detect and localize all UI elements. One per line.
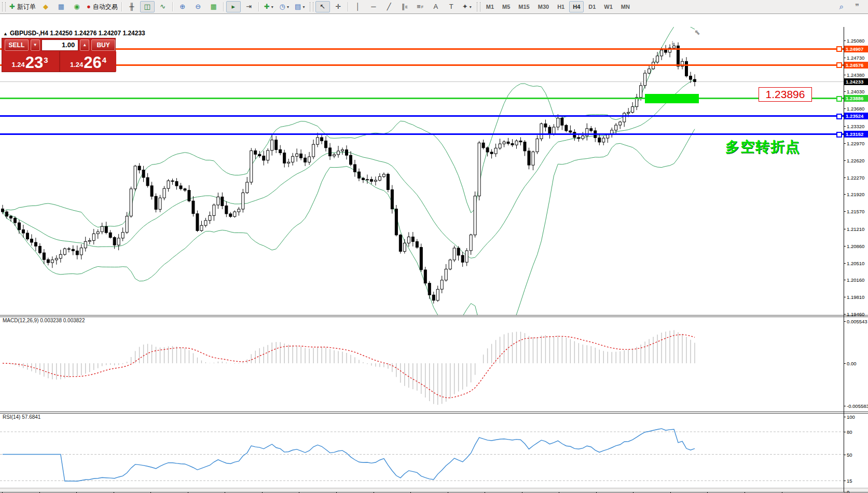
volume-input[interactable]: 1.00 [42, 39, 79, 51]
trendline-button[interactable]: ╱ [382, 1, 396, 12]
turning-point-label[interactable]: 多空转折点 [725, 138, 801, 156]
toolbar-separator [172, 2, 173, 11]
toolbar-grip[interactable] [477, 2, 480, 11]
candlestick-chart[interactable] [0, 27, 844, 316]
toolbar-grip[interactable] [2, 2, 6, 11]
timeframe-button-d1[interactable]: D1 [585, 1, 599, 12]
chart-title[interactable]: ▲GBPUSD-,H4 1.24250 1.24276 1.24207 1.24… [3, 30, 145, 37]
buy-price-display[interactable]: 1.24 26 4 [59, 51, 116, 72]
candle-body [26, 233, 29, 239]
level-drag-handle[interactable] [836, 114, 842, 119]
candle-body [507, 142, 509, 143]
buy-button[interactable]: BUY [91, 39, 115, 51]
text-button[interactable]: A [429, 1, 443, 12]
collapse-panel-icon[interactable]: ▲ [3, 31, 8, 36]
rsi-pane[interactable] [0, 414, 844, 492]
horizontal-line-object[interactable] [0, 133, 844, 135]
sell-button[interactable]: SELL [5, 39, 29, 51]
macd-tick-label: 0.00 [847, 361, 857, 366]
dropdown-arrow-icon[interactable]: ▾ [302, 5, 305, 9]
text-label-button[interactable]: T [444, 1, 459, 12]
highlight-rectangle[interactable] [645, 94, 699, 103]
bar-chart-button[interactable]: ╫ [125, 1, 139, 12]
pane-separator[interactable] [0, 315, 868, 316]
fibonacci-button[interactable]: ≡F [413, 1, 428, 12]
timeframe-button-w1[interactable]: W1 [600, 1, 616, 12]
level-drag-handle[interactable] [836, 62, 842, 68]
timeframe-button-h1[interactable]: H1 [554, 1, 568, 12]
horizontal-line-button[interactable]: ─ [366, 1, 381, 12]
level-drag-handle[interactable] [836, 46, 842, 52]
candle-body [528, 151, 530, 165]
periods-button[interactable]: ◷▾ [277, 1, 292, 12]
candle-body [362, 178, 364, 180]
candle-body [105, 226, 107, 232]
indicators-button[interactable]: ✚▾ [261, 1, 276, 12]
tile-windows-button[interactable]: ▦ [206, 1, 221, 12]
community-chat-button[interactable]: ❞ [850, 1, 864, 12]
horizontal-line-object[interactable] [0, 115, 844, 117]
level-drag-handle[interactable] [836, 132, 842, 138]
price-tick-label: 1.21570 [847, 209, 864, 214]
signals-button[interactable]: ◉ [70, 1, 84, 12]
horizontal-line-object[interactable] [0, 64, 844, 66]
horizontal-line-object[interactable] [0, 98, 844, 99]
toolbar-grip[interactable] [310, 2, 313, 11]
candle-body [134, 166, 136, 189]
timeframe-button-m5[interactable]: M5 [499, 1, 514, 12]
zoom-out-button[interactable]: ⊖ [191, 1, 205, 12]
candle-body [370, 180, 373, 182]
line-chart-button[interactable]: ∿ [156, 1, 170, 12]
auto-scroll-icon: ▸ [232, 2, 236, 11]
zoom-in-button[interactable]: ⊕ [175, 1, 190, 12]
timeframe-button-mn[interactable]: MN [617, 1, 633, 12]
candle-body [445, 269, 447, 280]
search-button[interactable]: ⌕ [834, 1, 849, 12]
chart-shift-button[interactable]: ⇥ [242, 1, 256, 12]
horizontal-line-object[interactable] [0, 48, 844, 50]
crosshair-button[interactable]: ✛ [331, 1, 346, 12]
candle-body [67, 249, 70, 249]
candle-body [312, 144, 315, 157]
candle-body [515, 141, 518, 145]
price-tick [844, 246, 846, 246]
price-tick [844, 263, 846, 264]
autotrading-button[interactable]: ●自动交易 [85, 1, 119, 12]
volume-decrease-button[interactable]: ▼ [31, 39, 40, 51]
pane-separator[interactable] [0, 412, 868, 412]
channel-button[interactable]: ∥E [397, 1, 412, 12]
price-tick [844, 160, 846, 161]
timeframe-button-m30[interactable]: M30 [534, 1, 553, 12]
price-tick-label: 1.20510 [847, 261, 864, 266]
level-drag-handle[interactable] [836, 96, 842, 102]
timeframe-button-m15[interactable]: M15 [515, 1, 533, 12]
dropdown-arrow-icon[interactable]: ▾ [271, 5, 273, 9]
dropdown-arrow-icon[interactable]: ▾ [470, 5, 472, 9]
sell-price-display[interactable]: 1.24 23 3 [2, 51, 58, 72]
candle-body [175, 182, 178, 186]
auto-scroll-button[interactable]: ▸ [226, 1, 241, 12]
candle-body [101, 226, 103, 231]
templates-button[interactable]: ▤▾ [293, 1, 307, 12]
price-note-annotation[interactable]: 1.23896 [759, 87, 812, 102]
objects-button[interactable]: ◆ [38, 1, 53, 12]
timeframe-button-h4[interactable]: H4 [569, 1, 584, 12]
arrows-button[interactable]: ✦▾ [460, 1, 474, 12]
vertical-line-button[interactable]: │ [351, 1, 365, 12]
sell-price-small: 1.24 [11, 61, 24, 69]
candle-body [399, 235, 402, 252]
macd-tick [844, 363, 846, 364]
rsi-tick-label: 80 [847, 429, 852, 435]
chart-window[interactable]: ▲GBPUSD-,H4 1.24250 1.24276 1.24207 1.24… [0, 13, 868, 488]
sell-arrow-marker[interactable]: ↓ [671, 39, 674, 46]
new-order-button[interactable]: ✚新订单 [8, 1, 37, 12]
candlestick-chart-button[interactable]: ◫ [140, 1, 155, 12]
cursor-button[interactable]: ↖ [315, 1, 330, 12]
chart-window-button[interactable]: ▦ [54, 1, 68, 12]
volume-increase-button[interactable]: ▲ [80, 39, 89, 51]
candle-body [482, 143, 485, 148]
dropdown-arrow-icon[interactable]: ▾ [287, 5, 289, 9]
timeframe-button-m1[interactable]: M1 [483, 1, 498, 12]
price-tick-label: 1.24030 [847, 89, 864, 94]
macd-pane[interactable] [0, 317, 844, 412]
